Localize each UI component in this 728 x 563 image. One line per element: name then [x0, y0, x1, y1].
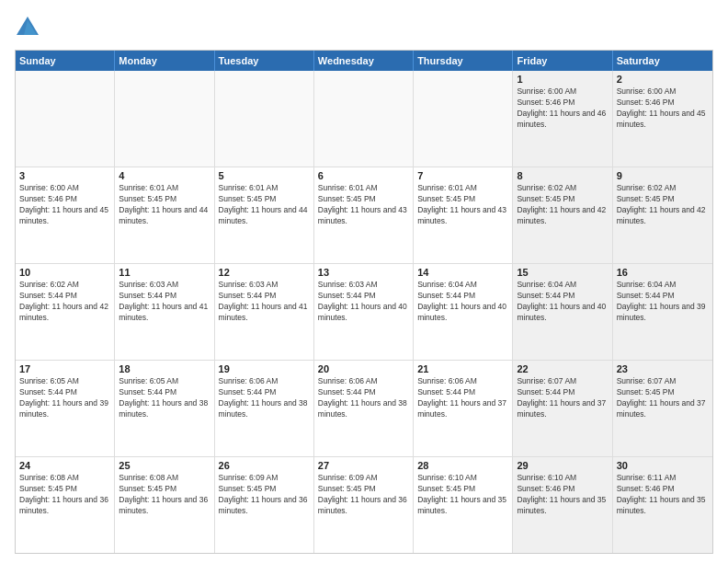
- day-cell-8: 8Sunrise: 6:02 AM Sunset: 5:45 PM Daylig…: [513, 167, 612, 263]
- day-cell-2: 2Sunrise: 6:00 AM Sunset: 5:46 PM Daylig…: [613, 71, 712, 167]
- calendar-row-2: 10Sunrise: 6:02 AM Sunset: 5:44 PM Dayli…: [16, 263, 712, 360]
- day-info-4: Sunrise: 6:01 AM Sunset: 5:45 PM Dayligh…: [119, 183, 210, 227]
- day-number-23: 23: [617, 363, 709, 374]
- empty-cell-0-1: [115, 71, 214, 167]
- day-number-14: 14: [417, 267, 508, 278]
- empty-cell-0-3: [314, 71, 414, 167]
- day-info-8: Sunrise: 6:02 AM Sunset: 5:45 PM Dayligh…: [517, 183, 608, 227]
- day-cell-16: 16Sunrise: 6:04 AM Sunset: 5:44 PM Dayli…: [613, 264, 712, 360]
- calendar: SundayMondayTuesdayWednesdayThursdayFrid…: [15, 50, 713, 554]
- day-info-9: Sunrise: 6:02 AM Sunset: 5:45 PM Dayligh…: [617, 183, 709, 227]
- empty-cell-0-4: [414, 71, 513, 167]
- day-cell-20: 20Sunrise: 6:06 AM Sunset: 5:44 PM Dayli…: [314, 361, 414, 456]
- day-info-7: Sunrise: 6:01 AM Sunset: 5:45 PM Dayligh…: [417, 183, 508, 227]
- day-info-22: Sunrise: 6:07 AM Sunset: 5:44 PM Dayligh…: [517, 376, 608, 420]
- day-cell-6: 6Sunrise: 6:01 AM Sunset: 5:45 PM Daylig…: [314, 167, 414, 263]
- day-info-20: Sunrise: 6:06 AM Sunset: 5:44 PM Dayligh…: [318, 376, 409, 420]
- day-number-7: 7: [417, 170, 508, 181]
- day-info-10: Sunrise: 6:02 AM Sunset: 5:44 PM Dayligh…: [19, 280, 110, 324]
- day-number-25: 25: [119, 460, 210, 471]
- day-info-17: Sunrise: 6:05 AM Sunset: 5:44 PM Dayligh…: [19, 376, 110, 420]
- day-number-12: 12: [219, 267, 310, 278]
- logo-icon: [15, 15, 40, 40]
- day-number-26: 26: [219, 460, 310, 471]
- day-info-26: Sunrise: 6:09 AM Sunset: 5:45 PM Dayligh…: [219, 473, 310, 517]
- day-cell-25: 25Sunrise: 6:08 AM Sunset: 5:45 PM Dayli…: [115, 457, 214, 553]
- day-number-5: 5: [219, 170, 310, 181]
- day-cell-9: 9Sunrise: 6:02 AM Sunset: 5:45 PM Daylig…: [613, 167, 712, 263]
- day-number-28: 28: [417, 460, 508, 471]
- weekday-header-tuesday: Tuesday: [215, 51, 314, 71]
- day-number-6: 6: [318, 170, 409, 181]
- day-number-10: 10: [19, 267, 110, 278]
- day-number-22: 22: [517, 363, 608, 374]
- day-cell-15: 15Sunrise: 6:04 AM Sunset: 5:44 PM Dayli…: [513, 264, 612, 360]
- calendar-header: SundayMondayTuesdayWednesdayThursdayFrid…: [16, 51, 712, 71]
- day-info-2: Sunrise: 6:00 AM Sunset: 5:46 PM Dayligh…: [617, 86, 709, 131]
- empty-cell-0-2: [215, 71, 314, 167]
- day-info-19: Sunrise: 6:06 AM Sunset: 5:44 PM Dayligh…: [219, 376, 310, 420]
- day-cell-27: 27Sunrise: 6:09 AM Sunset: 5:45 PM Dayli…: [314, 457, 414, 553]
- day-info-25: Sunrise: 6:08 AM Sunset: 5:45 PM Dayligh…: [119, 473, 210, 517]
- day-cell-19: 19Sunrise: 6:06 AM Sunset: 5:44 PM Dayli…: [215, 361, 314, 456]
- day-info-16: Sunrise: 6:04 AM Sunset: 5:44 PM Dayligh…: [617, 280, 709, 324]
- day-number-3: 3: [19, 170, 110, 181]
- page: SundayMondayTuesdayWednesdayThursdayFrid…: [0, 0, 728, 563]
- day-number-13: 13: [318, 267, 409, 278]
- calendar-row-1: 3Sunrise: 6:00 AM Sunset: 5:46 PM Daylig…: [16, 167, 712, 263]
- day-info-11: Sunrise: 6:03 AM Sunset: 5:44 PM Dayligh…: [119, 280, 210, 324]
- day-cell-4: 4Sunrise: 6:01 AM Sunset: 5:45 PM Daylig…: [115, 167, 214, 263]
- day-info-21: Sunrise: 6:06 AM Sunset: 5:44 PM Dayligh…: [417, 376, 508, 420]
- day-number-11: 11: [119, 267, 210, 278]
- day-info-15: Sunrise: 6:04 AM Sunset: 5:44 PM Dayligh…: [517, 280, 608, 324]
- day-info-6: Sunrise: 6:01 AM Sunset: 5:45 PM Dayligh…: [318, 183, 409, 227]
- day-cell-13: 13Sunrise: 6:03 AM Sunset: 5:44 PM Dayli…: [314, 264, 414, 360]
- calendar-body: 1Sunrise: 6:00 AM Sunset: 5:46 PM Daylig…: [16, 71, 712, 553]
- day-number-29: 29: [517, 460, 608, 471]
- day-number-21: 21: [417, 363, 508, 374]
- day-number-19: 19: [219, 363, 310, 374]
- day-info-12: Sunrise: 6:03 AM Sunset: 5:44 PM Dayligh…: [219, 280, 310, 324]
- day-cell-21: 21Sunrise: 6:06 AM Sunset: 5:44 PM Dayli…: [414, 361, 513, 456]
- day-number-4: 4: [119, 170, 210, 181]
- weekday-header-friday: Friday: [513, 51, 612, 71]
- day-cell-10: 10Sunrise: 6:02 AM Sunset: 5:44 PM Dayli…: [16, 264, 115, 360]
- day-cell-22: 22Sunrise: 6:07 AM Sunset: 5:44 PM Dayli…: [513, 361, 612, 456]
- day-number-1: 1: [517, 74, 608, 85]
- weekday-header-wednesday: Wednesday: [314, 51, 414, 71]
- weekday-header-sunday: Sunday: [16, 51, 115, 71]
- day-info-13: Sunrise: 6:03 AM Sunset: 5:44 PM Dayligh…: [318, 280, 409, 324]
- day-info-28: Sunrise: 6:10 AM Sunset: 5:45 PM Dayligh…: [417, 473, 508, 517]
- day-cell-28: 28Sunrise: 6:10 AM Sunset: 5:45 PM Dayli…: [414, 457, 513, 553]
- day-info-18: Sunrise: 6:05 AM Sunset: 5:44 PM Dayligh…: [119, 376, 210, 420]
- day-info-5: Sunrise: 6:01 AM Sunset: 5:45 PM Dayligh…: [219, 183, 310, 227]
- weekday-header-thursday: Thursday: [414, 51, 513, 71]
- day-info-1: Sunrise: 6:00 AM Sunset: 5:46 PM Dayligh…: [517, 86, 608, 131]
- day-number-16: 16: [617, 267, 709, 278]
- day-cell-29: 29Sunrise: 6:10 AM Sunset: 5:46 PM Dayli…: [513, 457, 612, 553]
- day-number-8: 8: [517, 170, 608, 181]
- calendar-row-3: 17Sunrise: 6:05 AM Sunset: 5:44 PM Dayli…: [16, 360, 712, 456]
- day-info-30: Sunrise: 6:11 AM Sunset: 5:46 PM Dayligh…: [617, 473, 709, 517]
- day-cell-30: 30Sunrise: 6:11 AM Sunset: 5:46 PM Dayli…: [613, 457, 712, 553]
- day-cell-18: 18Sunrise: 6:05 AM Sunset: 5:44 PM Dayli…: [115, 361, 214, 456]
- day-number-15: 15: [517, 267, 608, 278]
- day-info-23: Sunrise: 6:07 AM Sunset: 5:45 PM Dayligh…: [617, 376, 709, 420]
- day-cell-23: 23Sunrise: 6:07 AM Sunset: 5:45 PM Dayli…: [613, 361, 712, 456]
- weekday-header-saturday: Saturday: [613, 51, 712, 71]
- calendar-row-4: 24Sunrise: 6:08 AM Sunset: 5:45 PM Dayli…: [16, 456, 712, 553]
- weekday-header-monday: Monday: [115, 51, 214, 71]
- day-cell-17: 17Sunrise: 6:05 AM Sunset: 5:44 PM Dayli…: [16, 361, 115, 456]
- day-cell-14: 14Sunrise: 6:04 AM Sunset: 5:44 PM Dayli…: [414, 264, 513, 360]
- day-cell-11: 11Sunrise: 6:03 AM Sunset: 5:44 PM Dayli…: [115, 264, 214, 360]
- day-cell-5: 5Sunrise: 6:01 AM Sunset: 5:45 PM Daylig…: [215, 167, 314, 263]
- day-number-9: 9: [617, 170, 709, 181]
- day-info-29: Sunrise: 6:10 AM Sunset: 5:46 PM Dayligh…: [517, 473, 608, 517]
- day-cell-24: 24Sunrise: 6:08 AM Sunset: 5:45 PM Dayli…: [16, 457, 115, 553]
- day-number-30: 30: [617, 460, 709, 471]
- day-cell-3: 3Sunrise: 6:00 AM Sunset: 5:46 PM Daylig…: [16, 167, 115, 263]
- day-info-27: Sunrise: 6:09 AM Sunset: 5:45 PM Dayligh…: [318, 473, 409, 517]
- calendar-row-0: 1Sunrise: 6:00 AM Sunset: 5:46 PM Daylig…: [16, 71, 712, 167]
- empty-cell-0-0: [16, 71, 115, 167]
- day-cell-1: 1Sunrise: 6:00 AM Sunset: 5:46 PM Daylig…: [513, 71, 612, 167]
